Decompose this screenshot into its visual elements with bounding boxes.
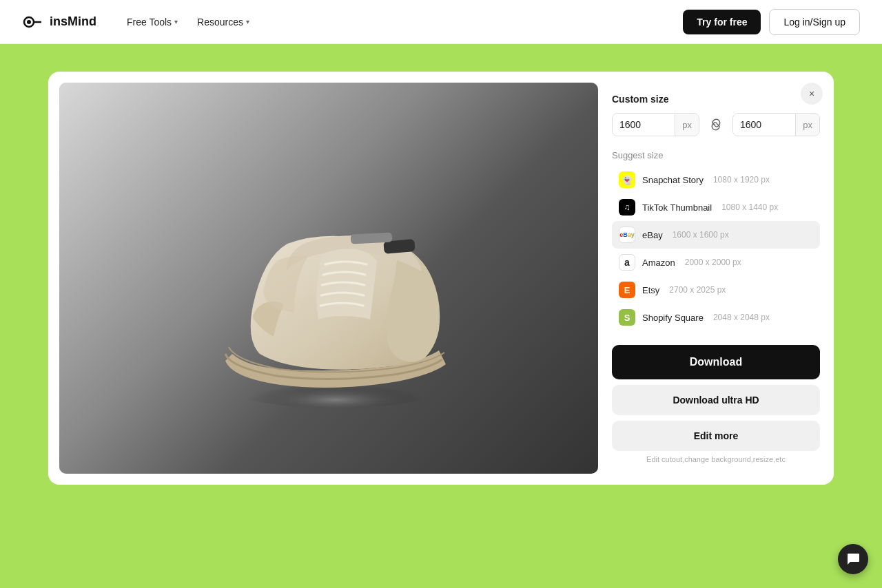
suggest-dims-snapchat: 1080 x 1920 px — [713, 175, 770, 185]
custom-size-title: Custom size — [612, 94, 820, 105]
close-button[interactable]: × — [801, 83, 823, 105]
nav-links: Free Tools ▾ Resources ▾ — [119, 11, 683, 33]
etsy-icon: E — [619, 282, 635, 298]
page-body: × Custom size px — [0, 44, 882, 588]
suggest-dims-shopify: 2048 x 2048 px — [713, 313, 770, 322]
download-button[interactable]: Download — [612, 345, 820, 379]
suggest-size-title: Suggest size — [612, 150, 820, 160]
width-input[interactable] — [613, 114, 675, 136]
suggest-name-amazon: Amazon — [642, 258, 675, 268]
snapchat-icon: 👻 — [619, 171, 635, 188]
suggest-name-ebay: eBay — [642, 230, 663, 240]
suggest-dims-etsy: 2700 x 2025 px — [669, 285, 726, 295]
suggest-item-snapchat[interactable]: 👻Snapchat Story1080 x 1920 px — [612, 166, 820, 193]
tiktok-icon: ♫ — [619, 199, 635, 216]
nav-actions: Try for free Log in/Sign up — [683, 9, 860, 35]
shoe-image — [59, 83, 598, 474]
ebay-icon: eBay — [619, 227, 635, 243]
width-input-group: px — [612, 113, 699, 136]
height-input[interactable] — [733, 114, 795, 136]
logo[interactable]: insMind — [22, 11, 96, 33]
logo-text: insMind — [50, 14, 96, 29]
suggest-name-etsy: Etsy — [642, 285, 659, 295]
suggest-item-shopify[interactable]: SShopify Square2048 x 2048 px — [612, 304, 820, 331]
main-card: × Custom size px — [48, 72, 834, 485]
right-panel: × Custom size px — [609, 83, 823, 474]
nav-free-tools[interactable]: Free Tools ▾ — [119, 11, 186, 33]
link-dimensions-icon[interactable] — [705, 114, 727, 136]
chat-widget[interactable] — [838, 544, 868, 574]
edit-hint: Edit cutout,change background,resize,etc — [612, 455, 820, 463]
height-unit: px — [795, 114, 819, 136]
suggest-name-tiktok: TikTok Thumbnail — [642, 202, 712, 213]
chevron-down-icon: ▾ — [174, 18, 178, 25]
edit-more-button[interactable]: Edit more — [612, 421, 820, 451]
suggest-size-list: 👻Snapchat Story1080 x 1920 px♫TikTok Thu… — [612, 166, 820, 331]
suggest-item-ebay[interactable]: eBayeBay1600 x 1600 px — [612, 221, 820, 249]
suggest-item-etsy[interactable]: EEtsy2700 x 2025 px — [612, 276, 820, 304]
height-input-group: px — [732, 113, 820, 136]
suggest-item-tiktok[interactable]: ♫TikTok Thumbnail1080 x 1440 px — [612, 193, 820, 221]
suggest-dims-ebay: 1600 x 1600 px — [673, 230, 729, 240]
shopify-icon: S — [619, 309, 635, 326]
svg-point-1 — [27, 20, 31, 24]
suggest-name-shopify: Shopify Square — [642, 313, 704, 323]
login-button[interactable]: Log in/Sign up — [769, 9, 860, 35]
download-hd-button[interactable]: Download ultra HD — [612, 385, 820, 415]
suggest-dims-tiktok: 1080 x 1440 px — [721, 202, 778, 212]
image-panel — [59, 83, 598, 474]
amazon-icon: a — [619, 254, 635, 271]
nav-resources[interactable]: Resources ▾ — [189, 11, 258, 33]
try-for-free-button[interactable]: Try for free — [683, 10, 761, 34]
suggest-dims-amazon: 2000 x 2000 px — [685, 258, 741, 267]
suggest-name-snapchat: Snapchat Story — [642, 175, 704, 185]
suggest-item-amazon[interactable]: aAmazon2000 x 2000 px — [612, 249, 820, 276]
chevron-down-icon: ▾ — [246, 18, 249, 25]
width-unit: px — [675, 114, 699, 136]
navbar: insMind Free Tools ▾ Resources ▾ Try for… — [0, 0, 882, 44]
size-inputs: px px — [612, 113, 820, 136]
